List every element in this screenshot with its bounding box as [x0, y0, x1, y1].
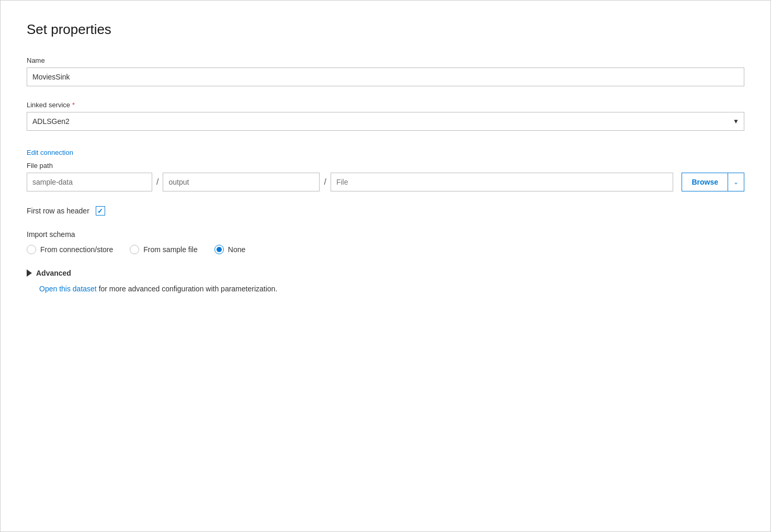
radio-option-sample[interactable]: From sample file — [130, 245, 197, 254]
radio-button-none[interactable] — [214, 245, 224, 254]
file-path-field-group: File path / / Browse ⌄ — [27, 162, 744, 191]
browse-chevron-button[interactable]: ⌄ — [728, 173, 744, 191]
radio-option-connection[interactable]: From connection/store — [27, 245, 113, 254]
file-path-label: File path — [27, 162, 744, 169]
radio-button-connection[interactable] — [27, 245, 36, 254]
file-path-part3-input[interactable] — [331, 173, 674, 191]
name-label: Name — [27, 56, 744, 64]
import-schema-label: Import schema — [27, 230, 744, 239]
radio-inner-none — [217, 247, 222, 252]
path-separator-2: / — [320, 173, 330, 191]
file-path-part1-input[interactable] — [27, 173, 152, 191]
advanced-triangle-icon — [27, 269, 32, 277]
checkmark-icon: ✓ — [97, 208, 103, 214]
linked-service-select[interactable]: ADLSGen2 — [27, 112, 744, 131]
linked-service-label: Linked service * — [27, 101, 744, 109]
chevron-down-icon: ⌄ — [733, 178, 739, 186]
radio-label-sample: From sample file — [143, 245, 197, 254]
set-properties-panel: Set properties Name Linked service * ADL… — [0, 0, 771, 532]
page-title: Set properties — [27, 21, 744, 38]
import-schema-radio-group: From connection/store From sample file N… — [27, 245, 744, 254]
first-row-header-checkbox[interactable]: ✓ — [96, 206, 105, 216]
name-input[interactable] — [27, 67, 744, 86]
radio-button-sample[interactable] — [130, 245, 139, 254]
advanced-section: Advanced Open this dataset for more adva… — [27, 269, 744, 293]
advanced-content: Open this dataset for more advanced conf… — [27, 285, 744, 293]
first-row-header-row: First row as header ✓ — [27, 206, 744, 216]
browse-btn-group: Browse ⌄ — [682, 173, 744, 191]
first-row-header-label: First row as header — [27, 207, 89, 215]
name-field-group: Name — [27, 56, 744, 86]
path-separator-1: / — [152, 173, 163, 191]
radio-option-none[interactable]: None — [214, 245, 245, 254]
import-schema-section: Import schema From connection/store From… — [27, 230, 744, 254]
advanced-description: for more advanced configuration with par… — [97, 285, 278, 293]
required-indicator: * — [72, 101, 75, 109]
radio-label-none: None — [228, 245, 245, 254]
linked-service-field-group: Linked service * ADLSGen2 ▼ — [27, 101, 744, 131]
advanced-header[interactable]: Advanced — [27, 269, 744, 277]
edit-connection-link[interactable]: Edit connection — [27, 149, 73, 156]
browse-button[interactable]: Browse — [682, 173, 728, 191]
open-dataset-link[interactable]: Open this dataset — [39, 285, 97, 293]
file-path-part2-input[interactable] — [163, 173, 320, 191]
file-path-row: / / Browse ⌄ — [27, 173, 744, 191]
linked-service-select-wrapper: ADLSGen2 ▼ — [27, 112, 744, 131]
radio-label-connection: From connection/store — [40, 245, 113, 254]
advanced-title: Advanced — [36, 269, 71, 277]
